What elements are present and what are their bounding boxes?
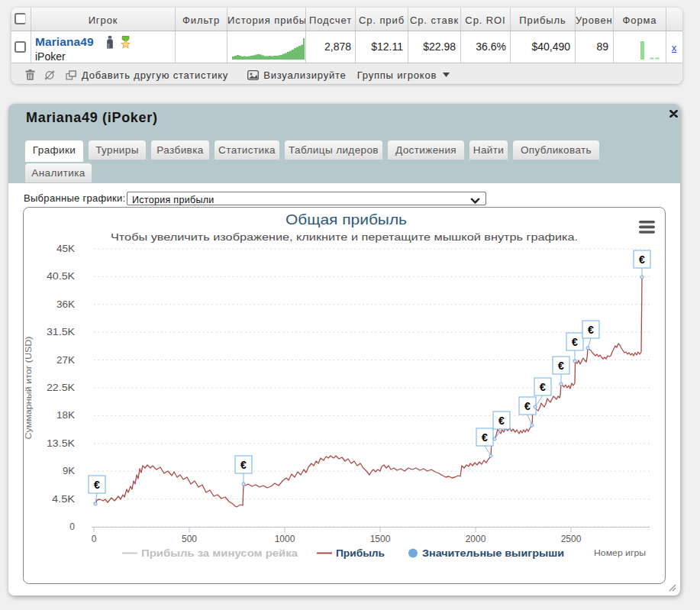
svg-text:500: 500 [182, 534, 197, 544]
svg-text:13.5K: 13.5K [47, 438, 75, 449]
svg-text:31.5K: 31.5K [47, 327, 75, 337]
svg-text:0: 0 [92, 534, 97, 544]
svg-text:0: 0 [69, 521, 75, 532]
svg-text:€: € [588, 324, 594, 336]
svg-text:€: € [94, 479, 100, 491]
svg-text:€: € [572, 336, 578, 348]
svg-text:Общая прибыль: Общая прибыль [285, 211, 407, 228]
svg-text:€: € [540, 381, 546, 393]
svg-text:2500: 2500 [561, 534, 582, 544]
svg-text:€: € [524, 400, 531, 412]
svg-text:Чтобы увеличить изображение, к: Чтобы увеличить изображение, кликните и … [111, 232, 578, 243]
svg-text:Значительные выигрыши: Значительные выигрыши [422, 548, 564, 559]
svg-text:40.5K: 40.5K [47, 271, 75, 282]
svg-text:Суммарный итог (USD): Суммарный итог (USD) [24, 337, 33, 440]
svg-text:1000: 1000 [275, 534, 295, 544]
svg-text:1500: 1500 [370, 534, 391, 544]
svg-text:9K: 9K [63, 466, 75, 476]
svg-text:18K: 18K [56, 410, 75, 421]
svg-text:45K: 45K [56, 244, 75, 254]
svg-text:€: € [240, 459, 247, 471]
svg-text:€: € [482, 431, 488, 444]
svg-text:€: € [498, 415, 505, 427]
svg-text:27K: 27K [56, 355, 75, 366]
svg-text:Номер игры: Номер игры [594, 548, 646, 557]
svg-text:4.5K: 4.5K [52, 494, 75, 505]
svg-text:€: € [558, 360, 564, 372]
svg-text:2000: 2000 [466, 534, 486, 544]
svg-text:36K: 36K [56, 299, 75, 310]
svg-text:Прибыль: Прибыль [336, 548, 385, 559]
svg-text:Прибыль за минусом рейка: Прибыль за минусом рейка [141, 548, 298, 559]
svg-text:€: € [639, 253, 645, 266]
svg-text:22.5K: 22.5K [47, 382, 75, 393]
